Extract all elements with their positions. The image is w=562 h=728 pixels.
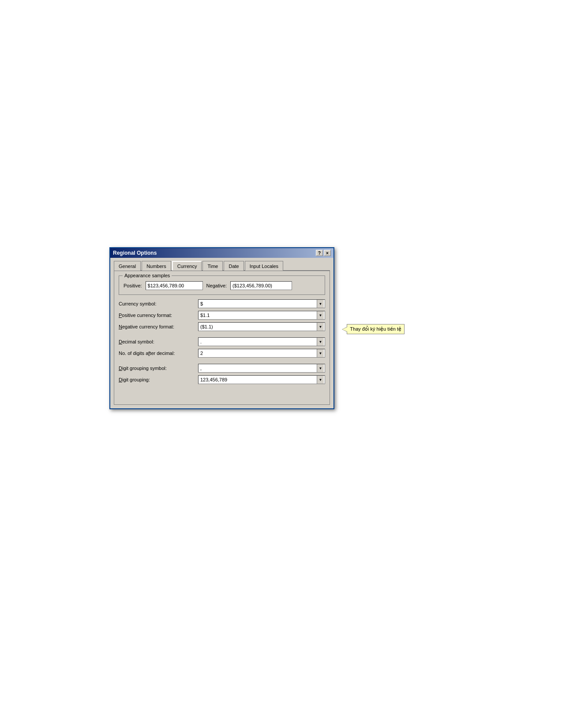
form-row-digit-grouping-symbol: Digit grouping symbol: , ▼ [119, 364, 325, 373]
appearance-samples-group: Appearance samples Positive: Negative: [119, 275, 325, 295]
tab-currency[interactable]: Currency [172, 261, 202, 271]
form-section: Currency symbol: $ ▼ Positive currency f… [119, 299, 325, 384]
positive-value-input[interactable] [146, 281, 203, 290]
dialog-wrapper: Regional Options ? × General Numbers Cur… [109, 247, 334, 409]
value-negative-currency: ($1.1) [199, 324, 317, 329]
select-digits-after-decimal[interactable]: 2 ▼ [198, 349, 325, 358]
label-digit-grouping: Digit grouping: [119, 377, 198, 382]
value-currency-symbol: $ [199, 301, 317, 306]
select-digit-grouping-symbol[interactable]: , ▼ [198, 364, 325, 373]
label-digit-grouping-symbol: Digit grouping symbol: [119, 366, 198, 371]
select-positive-currency[interactable]: $1.1 ▼ [198, 311, 325, 320]
tab-panel-currency: Appearance samples Positive: Negative: T… [114, 271, 330, 405]
select-decimal-symbol[interactable]: . ▼ [198, 337, 325, 346]
label-digits-after-decimal: No. of digits after decimal: [119, 351, 198, 356]
form-row-digit-grouping: Digit grouping: 123,456,789 ▼ [119, 375, 325, 384]
tooltip-box: Thay đổi ký hiệu tiền tệ [347, 324, 405, 334]
form-row-negative-currency: Negative currency format: ($1.1) ▼ [119, 322, 325, 331]
dropdown-arrow-digit-grouping[interactable]: ▼ [317, 376, 324, 384]
label-currency-symbol: Currency symbol: [119, 301, 198, 306]
dropdown-arrow-currency-symbol[interactable]: ▼ [317, 300, 324, 308]
callout-arrow-inner [342, 327, 347, 332]
tab-input-locales[interactable]: Input Locales [245, 261, 283, 271]
dropdown-arrow-digit-grouping-symbol[interactable]: ▼ [317, 364, 324, 372]
label-decimal-symbol: Decimal symbol: [119, 339, 198, 344]
title-bar: Regional Options ? × [110, 248, 333, 258]
dropdown-arrow-positive-currency[interactable]: ▼ [317, 311, 324, 319]
dropdown-arrow-decimal-symbol[interactable]: ▼ [317, 338, 324, 346]
tab-date[interactable]: Date [224, 261, 244, 271]
form-row-digits-after-decimal: No. of digits after decimal: 2 ▼ [119, 349, 325, 358]
tab-time[interactable]: Time [202, 261, 223, 271]
form-row-positive-currency: Positive currency format: $1.1 ▼ [119, 311, 325, 320]
positive-label: Positive: [124, 283, 142, 288]
bottom-spacer [119, 387, 325, 400]
dropdown-arrow-digits-after-decimal[interactable]: ▼ [317, 349, 324, 357]
form-row-currency-symbol: Currency symbol: $ ▼ [119, 299, 325, 308]
tab-general[interactable]: General [114, 261, 141, 271]
value-decimal-symbol: . [199, 339, 317, 344]
regional-options-dialog: Regional Options ? × General Numbers Cur… [109, 247, 334, 409]
tooltip-text: Thay đổi ký hiệu tiền tệ [350, 326, 401, 332]
divider-2 [119, 360, 325, 364]
label-positive-currency: Positive currency format: [119, 313, 198, 318]
appearance-group-title: Appearance samples [123, 273, 172, 278]
appearance-row: Positive: Negative: [124, 281, 320, 290]
value-digits-after-decimal: 2 [199, 351, 317, 356]
negative-label: Negative: [206, 283, 227, 288]
negative-value-input[interactable] [230, 281, 292, 290]
value-digit-grouping: 123,456,789 [199, 377, 317, 382]
label-negative-currency: Negative currency format: [119, 324, 198, 329]
tabs-bar: General Numbers Currency Time Date Input… [114, 260, 330, 271]
divider-1 [119, 334, 325, 337]
tab-numbers[interactable]: Numbers [142, 261, 171, 271]
tooltip-container: Thay đổi ký hiệu tiền tệ [347, 324, 405, 334]
dialog-content: General Numbers Currency Time Date Input… [110, 258, 333, 408]
value-positive-currency: $1.1 [199, 313, 317, 318]
close-button[interactable]: × [324, 250, 331, 256]
select-negative-currency[interactable]: ($1.1) ▼ [198, 322, 325, 331]
select-currency-symbol[interactable]: $ ▼ [198, 299, 325, 308]
form-row-decimal-symbol: Decimal symbol: . ▼ [119, 337, 325, 346]
value-digit-grouping-symbol: , [199, 366, 317, 371]
help-button[interactable]: ? [316, 250, 323, 256]
select-digit-grouping[interactable]: 123,456,789 ▼ [198, 375, 325, 384]
dropdown-arrow-negative-currency[interactable]: ▼ [317, 323, 324, 331]
dialog-title: Regional Options [113, 250, 157, 256]
title-bar-buttons: ? × [316, 250, 331, 256]
